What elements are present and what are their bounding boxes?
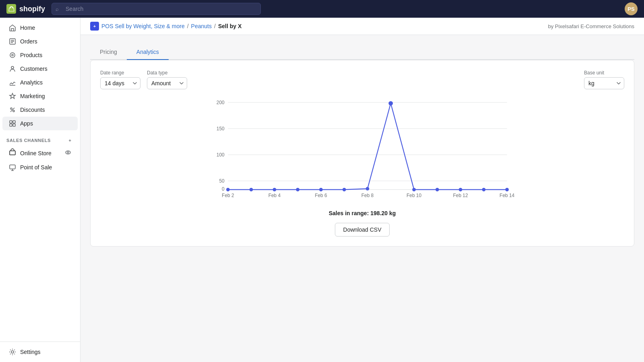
sidebar-item-customers[interactable]: Customers bbox=[2, 62, 78, 76]
products-icon bbox=[9, 51, 16, 59]
point-of-sale-icon bbox=[9, 164, 16, 171]
date-range-label: Date range bbox=[100, 70, 140, 76]
sidebar-item-discounts[interactable]: Discounts bbox=[2, 103, 78, 117]
svg-point-3 bbox=[11, 66, 14, 69]
svg-point-33 bbox=[412, 188, 416, 191]
date-range-control: Date range 14 days 30 days 90 days Custo… bbox=[100, 70, 140, 89]
sidebar-item-orders[interactable]: Orders bbox=[2, 35, 78, 48]
sidebar-apps-label: Apps bbox=[20, 120, 33, 127]
online-store-label: Online Store bbox=[20, 150, 52, 156]
svg-point-37 bbox=[505, 188, 509, 191]
main-content: + POS Sell by Weight, Size & more / Pean… bbox=[80, 18, 644, 362]
svg-point-28 bbox=[296, 188, 299, 191]
breadcrumb-current: Sell by X bbox=[218, 23, 242, 29]
svg-point-25 bbox=[226, 188, 230, 191]
sidebar-item-home[interactable]: Home bbox=[2, 21, 78, 35]
logo-text: shopify bbox=[19, 5, 45, 13]
page-content: Pricing Analytics Date range 14 days 30 … bbox=[80, 35, 644, 256]
breadcrumb-sep-2: / bbox=[214, 23, 216, 29]
sales-channels-label: SALES CHANNELS bbox=[6, 138, 51, 143]
breadcrumb-by-text: by Pixelsafari E-Commerce Solutions bbox=[548, 23, 634, 29]
sidebar-products-label: Products bbox=[20, 52, 42, 58]
data-type-label: Data type bbox=[147, 70, 187, 76]
svg-point-12 bbox=[67, 152, 69, 153]
topbar: shopify ⌕ PS bbox=[0, 0, 644, 18]
breadcrumb-bar: + POS Sell by Weight, Size & more / Pean… bbox=[80, 18, 644, 35]
svg-text:200: 200 bbox=[217, 100, 225, 105]
controls-row: Date range 14 days 30 days 90 days Custo… bbox=[100, 70, 624, 89]
svg-text:Feb 4: Feb 4 bbox=[268, 193, 281, 198]
customers-icon bbox=[9, 65, 16, 72]
analytics-card: Date range 14 days 30 days 90 days Custo… bbox=[90, 60, 634, 247]
sidebar-orders-label: Orders bbox=[20, 38, 37, 45]
app-icon: + bbox=[90, 22, 99, 31]
sidebar-item-analytics[interactable]: Analytics bbox=[2, 76, 78, 89]
search-bar: ⌕ bbox=[52, 3, 261, 15]
sidebar-discounts-label: Discounts bbox=[20, 107, 45, 113]
sidebar-item-point-of-sale[interactable]: Point of Sale bbox=[2, 160, 78, 174]
download-btn-wrap: Download CSV bbox=[100, 223, 624, 237]
search-input[interactable] bbox=[52, 3, 261, 15]
svg-point-11 bbox=[66, 151, 70, 154]
base-unit-select[interactable]: kg lb oz g bbox=[584, 77, 624, 89]
add-sales-channel-button[interactable]: + bbox=[66, 137, 74, 144]
breadcrumb: + POS Sell by Weight, Size & more / Pean… bbox=[90, 22, 242, 31]
svg-text:Feb 6: Feb 6 bbox=[315, 193, 327, 198]
svg-point-34 bbox=[436, 188, 439, 191]
svg-point-32 bbox=[388, 101, 393, 105]
svg-point-27 bbox=[273, 188, 277, 191]
home-icon bbox=[9, 24, 16, 31]
sidebar-item-settings[interactable]: Settings bbox=[2, 345, 78, 359]
summary-value: 198.20 kg bbox=[370, 210, 396, 216]
breadcrumb-product-link[interactable]: Peanuts bbox=[191, 23, 212, 29]
svg-text:Feb 2: Feb 2 bbox=[222, 193, 234, 198]
search-icon: ⌕ bbox=[56, 6, 59, 12]
breadcrumb-app-link[interactable]: POS Sell by Weight, Size & more bbox=[101, 23, 185, 29]
analytics-icon bbox=[9, 79, 16, 86]
summary-text: Sales in range: 198.20 kg bbox=[100, 210, 624, 216]
svg-rect-7 bbox=[13, 121, 15, 123]
sidebar-item-products[interactable]: Products bbox=[2, 48, 78, 62]
data-type-select[interactable]: Amount Quantity bbox=[147, 77, 187, 89]
logo[interactable]: shopify bbox=[6, 4, 45, 14]
svg-point-26 bbox=[250, 188, 253, 191]
svg-point-35 bbox=[459, 188, 462, 191]
svg-point-30 bbox=[343, 188, 346, 191]
sidebar-item-apps[interactable]: Apps bbox=[2, 117, 78, 130]
sidebar-analytics-label: Analytics bbox=[20, 79, 43, 86]
svg-point-29 bbox=[319, 188, 323, 191]
svg-rect-9 bbox=[13, 124, 15, 126]
summary-label: Sales in range: bbox=[329, 210, 369, 216]
sidebar-customers-label: Customers bbox=[20, 66, 47, 72]
sidebar-home-label: Home bbox=[20, 25, 35, 31]
sidebar-item-online-store[interactable]: Online Store bbox=[2, 146, 78, 160]
sidebar-marketing-label: Marketing bbox=[20, 93, 45, 99]
point-of-sale-label: Point of Sale bbox=[20, 164, 52, 171]
discounts-icon bbox=[9, 106, 16, 113]
svg-text:150: 150 bbox=[217, 126, 225, 132]
tab-analytics[interactable]: Analytics bbox=[127, 45, 169, 60]
svg-point-5 bbox=[13, 110, 14, 112]
sidebar-item-marketing[interactable]: Marketing bbox=[2, 89, 78, 103]
svg-text:0: 0 bbox=[222, 186, 225, 192]
orders-icon bbox=[9, 38, 16, 45]
tab-pricing[interactable]: Pricing bbox=[90, 45, 127, 60]
online-store-icon bbox=[9, 149, 16, 157]
online-store-eye-icon[interactable] bbox=[65, 149, 71, 157]
date-range-select[interactable]: 14 days 30 days 90 days Custom bbox=[100, 77, 140, 89]
svg-point-4 bbox=[10, 108, 12, 109]
svg-text:Feb 10: Feb 10 bbox=[407, 193, 421, 198]
svg-point-2 bbox=[12, 54, 13, 56]
svg-rect-13 bbox=[10, 165, 15, 169]
avatar[interactable]: PS bbox=[625, 2, 638, 15]
breadcrumb-sep-1: / bbox=[187, 23, 189, 29]
shopify-bag-icon bbox=[6, 4, 16, 14]
svg-rect-6 bbox=[10, 121, 12, 123]
svg-point-1 bbox=[10, 53, 15, 58]
tabs: Pricing Analytics bbox=[90, 45, 634, 60]
marketing-icon bbox=[9, 93, 16, 100]
settings-label: Settings bbox=[20, 349, 41, 355]
svg-text:100: 100 bbox=[217, 152, 225, 158]
download-csv-button[interactable]: Download CSV bbox=[335, 223, 390, 237]
chart-container: 200 150 100 50 0 bbox=[100, 99, 624, 204]
